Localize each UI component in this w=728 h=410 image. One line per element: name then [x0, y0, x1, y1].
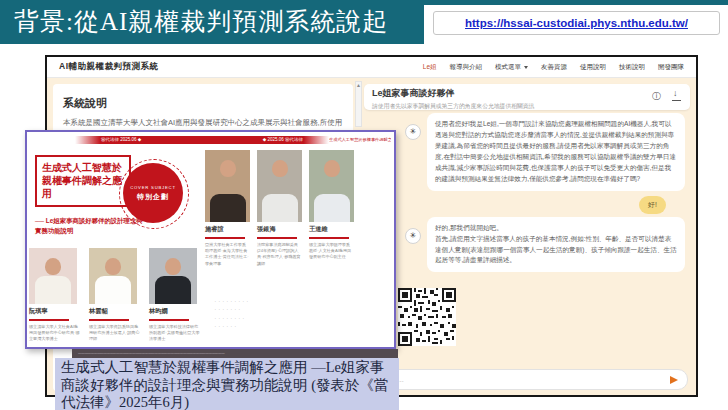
site-nav: Le姐 報導與介紹 模式選單 友善資源 使用說明 技術說明 開發團隊	[423, 63, 684, 72]
nav-item-reports[interactable]: 報導與介紹	[450, 63, 483, 72]
bot-message-text: 好的,那我們就開始吧。 首先,請您用文字描述當事人的孩子的基本情況,例如:性別、…	[427, 217, 685, 273]
name-underline	[29, 319, 69, 321]
author-card: 施睿誼 亞洲大學社會工作學系助理教授·東海大學社會工作博士·曾任司法社工·學會理…	[205, 150, 250, 267]
chat-subtitle: 請使用者先以家事調解員或第三方的角度來公允地提供相關資訊	[372, 102, 682, 111]
author-card: 林昀嫺 國立清華大學科技法律研究所副教授·美國哥倫比亞大學法學博士	[149, 248, 200, 343]
magazine-title-box: 生成式人工智慧於親權事件調解之應用	[35, 155, 131, 207]
credit-line: ・・・・・・	[213, 323, 249, 331]
author-bio: 國立清華大學物理學系教授·人文社會AI應用與發展研究中心副主任	[309, 242, 354, 261]
portrait-photo	[29, 248, 77, 304]
author-name: 張銀海	[257, 225, 302, 234]
author-bio: 國立清華大學科技法律研究所副教授·美國哥倫比亞大學法學博士	[149, 324, 200, 343]
badge-chinese-label: 特別企劃	[137, 192, 169, 202]
credit-line: ・・・・・・・・	[213, 315, 249, 323]
author-bio: 法院家事法庭調解委員(24年資歷)·心理諮詢人員·程序監理人·親職教育講師	[257, 242, 302, 267]
nav-item-mode-menu[interactable]: 模式選單	[495, 63, 528, 72]
nav-item-resources[interactable]: 友善資源	[541, 63, 567, 72]
nav-item-tech[interactable]: 技術說明	[619, 63, 645, 72]
portrait-photo	[205, 150, 250, 222]
author-name: 王道維	[309, 225, 354, 234]
slide-caption: 生成式人工智慧於親權事件調解之應用 —Le姐家事商談好夥伴的設計理念與實務功能說…	[55, 358, 399, 410]
nav-item-le-sister[interactable]: Le姐	[423, 63, 437, 72]
portrait-photo	[257, 150, 302, 222]
chat-message-user: 好!	[364, 196, 666, 214]
magazine-credits: ・・・・・・・・・ ・・・・・・・ ・・・・・・・・ ・・・・・・	[213, 298, 249, 332]
nav-mode-label: 模式選單	[495, 63, 521, 72]
nav-item-team[interactable]: 開發團隊	[658, 63, 684, 72]
cover-subject-badge: COVER SUBJECT 特別企劃	[119, 159, 189, 229]
chat-panel: Le姐家事商談好夥伴 請使用者先以家事調解員或第三方的角度來公允地提供相關資訊 …	[364, 84, 690, 391]
issue-bar-right: ◆ 2025.06 當代法律	[263, 136, 303, 144]
name-underline	[205, 237, 245, 239]
bot-avatar-icon: ✳	[405, 228, 421, 244]
nav-item-usage[interactable]: 使用說明	[580, 63, 606, 72]
qr-code	[398, 288, 456, 346]
chat-header: Le姐家事商談好夥伴 請使用者先以家事調解員或第三方的角度來公允地提供相關資訊 …	[364, 84, 690, 110]
left-panel-scrollbar[interactable]: ▲	[355, 81, 362, 127]
author-card: 張銀海 法院家事法庭調解委員(24年資歷)·心理諮詢人員·程序監理人·親職教育講…	[257, 150, 302, 267]
authors-row-bottom: 阮琪寧 國立清華大學人文社會AI應用與發展研究中心研究員·國立臺灣大學博士 林雲…	[29, 248, 200, 343]
author-name: 施睿誼	[205, 225, 250, 234]
name-underline	[309, 237, 349, 239]
site-navbar: AI輔助親權裁判預測系統 Le姐 報導與介紹 模式選單 友善資源 使用說明 技術…	[47, 57, 696, 78]
name-underline	[257, 237, 297, 239]
slide-title: 背景:從AI親權裁判預測系統說起	[0, 0, 424, 44]
author-bio: 國立清華大學資訊系統與應用研究所博士候選人·諮商心理師	[89, 324, 140, 343]
portrait-photo	[89, 248, 137, 304]
send-icon[interactable]	[670, 376, 678, 384]
scroll-up-icon[interactable]: ▲	[356, 82, 361, 89]
issue-bar-left: 當代法律 2025.06 ◆	[101, 136, 141, 144]
chat-title: Le姐家事商談好夥伴	[372, 87, 682, 100]
name-underline	[89, 319, 129, 321]
magazine-running-head: 生成式人工智慧於親權事件調解之應用	[329, 137, 391, 142]
author-name: 林昀嫺	[149, 307, 200, 316]
credit-line: ・・・・・・・・・	[213, 298, 249, 306]
system-description-heading: 系統說明	[63, 96, 343, 111]
author-bio: 亞洲大學社會工作學系助理教授·東海大學社會工作博士·曾任司法社工·學會理事	[205, 242, 250, 267]
chat-header-icons: ⓘ	[652, 91, 681, 101]
chat-input-bar	[364, 369, 688, 390]
system-url-link[interactable]: https://hssai-custodiai.phys.nthu.edu.tw…	[465, 17, 688, 29]
bot-message-text: 使用者您好!我是Le姐,一個專門設計來協助您處理親權相關問題的AI機器人,我可以…	[427, 113, 685, 191]
authors-row-top: 施睿誼 亞洲大學社會工作學系助理教授·東海大學社會工作博士·曾任司法社工·學會理…	[205, 150, 354, 267]
author-card: 林雲貂 國立清華大學資訊系統與應用研究所博士候選人·諮商心理師	[89, 248, 140, 343]
author-name: 林雲貂	[89, 307, 140, 316]
portrait-photo	[149, 248, 197, 304]
chat-message-bot-2: ✳ 好的,那我們就開始吧。 首先,請您用文字描述當事人的孩子的基本情況,例如:性…	[364, 214, 690, 273]
credit-line: ・・・・・・・	[213, 306, 249, 314]
chat-input[interactable]	[374, 375, 670, 384]
name-underline	[149, 319, 189, 321]
cover-subject-badge-inner: COVER SUBJECT 特別企劃	[123, 163, 183, 223]
site-brand: AI輔助親權裁判預測系統	[59, 61, 159, 73]
system-url-box: https://hssai-custodiai.phys.nthu.edu.tw…	[433, 11, 720, 35]
author-card: 王道維 國立清華大學物理學系教授·人文社會AI應用與發展研究中心副主任	[309, 150, 354, 267]
chevron-down-icon	[524, 66, 528, 69]
portrait-photo	[309, 150, 354, 222]
bot-avatar-icon: ✳	[405, 124, 421, 140]
user-message-text: 好!	[639, 196, 666, 214]
download-icon[interactable]	[672, 91, 681, 101]
author-card: 阮琪寧 國立清華大學人文社會AI應用與發展研究中心研究員·國立臺灣大學博士	[29, 248, 80, 343]
author-name: 阮琪寧	[29, 307, 80, 316]
author-bio: 國立清華大學人文社會AI應用與發展研究中心研究員·國立臺灣大學博士	[29, 324, 80, 343]
magazine-issue-bar: 當代法律 2025.06 ◆ ◆ 2025.06 當代法律	[75, 136, 329, 144]
info-icon[interactable]: ⓘ	[652, 92, 661, 101]
magazine-overlay: 當代法律 2025.06 ◆ ◆ 2025.06 當代法律 生成式人工智慧於親權…	[25, 130, 396, 349]
chat-message-bot-1: ✳ 使用者您好!我是Le姐,一個專門設計來協助您處理親權相關問題的AI機器人,我…	[364, 110, 690, 191]
badge-english-label: COVER SUBJECT	[130, 185, 176, 190]
